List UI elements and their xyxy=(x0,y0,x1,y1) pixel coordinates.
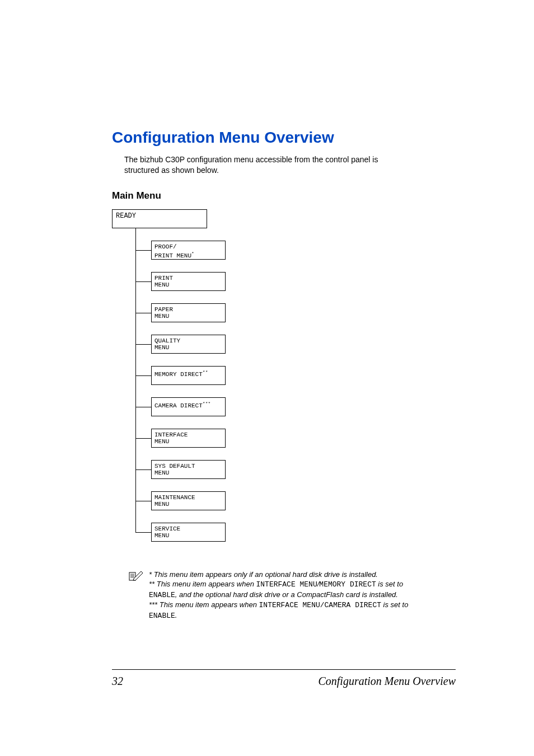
note-2-m1: INTERFACE MENU xyxy=(256,580,317,589)
tree-connector xyxy=(135,313,151,313)
note-2-a: ** This menu item appears when xyxy=(149,580,256,588)
tree-node: SERVICEMENU xyxy=(151,523,226,542)
tree-node: MEMORY DIRECT** xyxy=(151,366,226,385)
tree-trunk-line xyxy=(135,228,136,532)
note-3-c: . xyxy=(175,611,177,619)
note-2-m2: MEMORY DIRECT xyxy=(319,580,376,589)
note-3-m2: ENABLE xyxy=(149,612,175,620)
tree-node: SYS DEFAULTMENU xyxy=(151,460,226,479)
footer-divider xyxy=(112,669,456,670)
note-2-c: , and the optional hard disk drive or a … xyxy=(175,590,398,599)
section-heading: Main Menu xyxy=(112,190,456,201)
page-title: Configuration Menu Overview xyxy=(112,129,456,147)
tree-connector xyxy=(135,250,151,251)
note-1: * This menu item appears only if an opti… xyxy=(149,570,378,579)
tree-connector xyxy=(135,532,151,533)
note-3-b: is set to xyxy=(381,600,408,609)
tree-node: PAPERMENU xyxy=(151,303,226,322)
tree-connector xyxy=(135,438,151,439)
tree-node: PRINTMENU xyxy=(151,272,226,291)
intro-text: The bizhub C30P configuration menu acces… xyxy=(124,154,393,176)
note-2-m3: ENABLE xyxy=(149,591,175,599)
tree-connector xyxy=(135,281,151,282)
tree-node: PROOF/PRINT MENU* xyxy=(151,241,226,260)
note-3-a: *** This menu item appears when xyxy=(149,600,259,609)
tree-node: INTERFACEMENU xyxy=(151,429,226,448)
tree-connector xyxy=(135,375,151,376)
footer-title: Configuration Menu Overview xyxy=(318,675,456,688)
tree-connector xyxy=(135,407,151,407)
note-block: * This menu item appears only if an opti… xyxy=(129,570,420,621)
tree-node: QUALITYMENU xyxy=(151,335,226,354)
tree-root-box: READY xyxy=(112,209,207,228)
tree-connector xyxy=(135,501,151,501)
tree-connector xyxy=(135,469,151,470)
tree-node: MAINTENANCEMENU xyxy=(151,491,226,510)
note-3-m1: INTERFACE MENU/CAMERA DIRECT xyxy=(259,601,381,609)
note-2-b: is set to xyxy=(376,580,403,588)
note-text: * This menu item appears only if an opti… xyxy=(149,570,420,621)
tree-connector xyxy=(135,344,151,345)
page-number: 32 xyxy=(112,675,123,688)
menu-tree: READY PROOF/PRINT MENU*PRINTMENUPAPERMEN… xyxy=(112,209,456,556)
note-pencil-icon xyxy=(129,571,143,583)
page-footer: 32 Configuration Menu Overview xyxy=(112,675,456,688)
tree-node: CAMERA DIRECT*** xyxy=(151,397,226,416)
